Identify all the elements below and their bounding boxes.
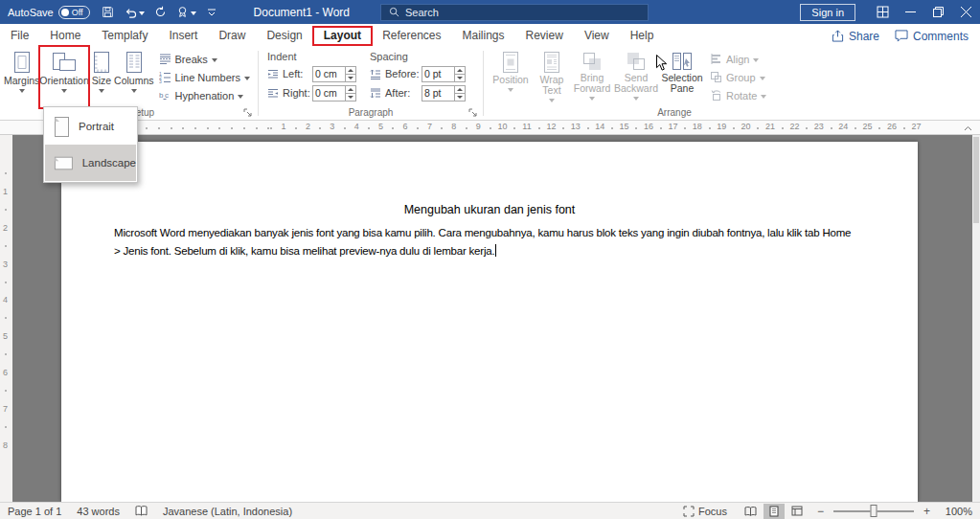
minimize-button[interactable] — [897, 0, 924, 24]
rotate-button[interactable]: Rotate — [705, 86, 771, 104]
indent-right-input[interactable] — [313, 86, 345, 101]
bring-forward-label: Bring Forward — [571, 73, 613, 94]
undo-button[interactable] — [124, 0, 145, 24]
indent-left-stepper[interactable] — [345, 67, 355, 81]
word-count[interactable]: 43 words — [77, 506, 120, 517]
collapse-ribbon-button[interactable] — [960, 122, 975, 134]
position-button[interactable]: Position — [489, 48, 533, 107]
tab-view[interactable]: View — [574, 24, 620, 48]
ruler-mark: 8 — [3, 440, 8, 450]
redo-button[interactable] — [154, 0, 167, 24]
read-mode-button[interactable] — [741, 504, 762, 519]
columns-button[interactable]: Columns — [114, 48, 153, 107]
sign-in-button[interactable]: Sign in — [800, 4, 855, 21]
autosave-toggle[interactable]: Off — [58, 6, 90, 19]
focus-mode-button[interactable]: Focus — [683, 506, 727, 517]
tab-layout[interactable]: Layout — [313, 24, 372, 48]
tab-design[interactable]: Design — [256, 24, 312, 48]
stamp-dropdown-icon[interactable] — [191, 11, 196, 15]
spacing-before-stepper[interactable] — [454, 67, 465, 81]
ruler-mark — [207, 127, 209, 129]
zoom-out-button[interactable]: − — [815, 505, 826, 518]
tab-help[interactable]: Help — [620, 24, 665, 48]
tab-file[interactable]: File — [0, 24, 39, 48]
spacing-after-input[interactable] — [422, 86, 454, 101]
margins-button[interactable]: Margins — [4, 48, 39, 107]
page-setup-dialog-launcher[interactable] — [243, 108, 252, 117]
search-input[interactable]: Search — [380, 4, 649, 21]
ruler-mark — [295, 127, 297, 129]
orientation-option-portrait[interactable]: Portrait — [45, 108, 136, 145]
size-button[interactable]: Size — [89, 48, 114, 107]
ribbon-display-options-button[interactable] — [869, 0, 897, 24]
word-application-window: { "titlebar": { "autosave_label": "AutoS… — [0, 0, 980, 519]
rotate-icon — [710, 89, 722, 102]
indent-left-input[interactable] — [313, 67, 345, 81]
language-indicator[interactable]: Javanese (Latin, Indonesia) — [163, 506, 292, 517]
spacing-before-input[interactable] — [422, 67, 454, 81]
align-button[interactable]: Align — [705, 50, 771, 68]
tab-home[interactable]: Home — [39, 24, 91, 48]
document-body[interactable]: Microsoft Word menyediakan banyak jenis … — [61, 224, 918, 260]
breaks-dropdown-icon — [212, 58, 217, 62]
vertical-scrollbar-thumb[interactable] — [973, 137, 979, 223]
page-indicator[interactable]: Page 1 of 1 — [8, 506, 61, 517]
comments-button[interactable]: Comments — [895, 30, 969, 43]
indent-right-icon — [267, 88, 279, 99]
bring-forward-button[interactable]: Bring Forward — [571, 48, 613, 107]
zoom-in-button[interactable]: + — [922, 505, 932, 518]
undo-dropdown-icon[interactable] — [139, 11, 145, 15]
save-button[interactable] — [102, 0, 114, 24]
paragraph-dialog-launcher[interactable] — [468, 108, 477, 117]
document-body-line-2[interactable]: > Jenis font. Sebelum di klik, kamu bisa… — [114, 242, 918, 260]
hyphenation-button[interactable]: bc Hyphenation — [154, 86, 255, 104]
line-numbers-button[interactable]: 123 Line Numbers — [154, 68, 255, 86]
spacing-after-stepper[interactable] — [454, 86, 465, 101]
share-button[interactable]: Share — [832, 30, 879, 43]
tab-draw[interactable]: Draw — [208, 24, 256, 48]
zoom-level[interactable]: 100% — [940, 506, 972, 517]
ruler-mark: 20 — [741, 122, 751, 131]
horizontal-ruler[interactable]: 1234567891011121314151617181920212223242… — [0, 121, 980, 135]
web-layout-button[interactable] — [786, 504, 808, 519]
selection-pane-button[interactable]: Selection Pane — [659, 48, 705, 107]
text-cursor — [495, 244, 496, 257]
breaks-button[interactable]: Breaks — [154, 50, 255, 68]
group-separator — [258, 51, 259, 116]
tab-mailings[interactable]: Mailings — [452, 24, 515, 48]
close-button[interactable] — [952, 0, 980, 24]
vertical-scrollbar[interactable] — [972, 135, 980, 502]
proofing-status[interactable] — [135, 506, 148, 516]
orientation-label: Orientation — [39, 76, 88, 86]
orientation-button[interactable]: Orientation — [39, 48, 88, 107]
wrap-text-button[interactable]: Wrap Text — [533, 48, 571, 107]
ruler-mark: 24 — [838, 122, 848, 131]
customize-quick-access-button[interactable] — [206, 0, 217, 24]
send-backward-button[interactable]: Send Backward — [613, 48, 659, 107]
tab-references[interactable]: References — [372, 24, 451, 48]
autosave-control[interactable]: AutoSave Off — [8, 6, 90, 19]
ruler-mark: 23 — [814, 122, 824, 131]
proofing-book-icon — [135, 506, 148, 516]
stamp-button[interactable] — [176, 0, 196, 24]
indent-right-stepper[interactable] — [345, 86, 355, 101]
group-label: Group — [726, 72, 756, 83]
ruler-mark — [392, 127, 394, 129]
indent-header: Indent — [267, 51, 356, 62]
tab-review[interactable]: Review — [515, 24, 574, 48]
group-button[interactable]: Group — [705, 68, 771, 86]
restore-button[interactable] — [924, 0, 952, 24]
document-body-line[interactable]: Microsoft Word menyediakan banyak jenis … — [114, 224, 918, 242]
tab-insert[interactable]: Insert — [158, 24, 208, 48]
document-heading[interactable]: Mengubah ukuran dan jenis font — [61, 203, 918, 216]
zoom-slider-thumb[interactable] — [870, 505, 877, 517]
vertical-ruler[interactable]: 12345678 — [0, 135, 12, 502]
ruler-mark — [660, 127, 662, 129]
orientation-option-landscape[interactable]: Landscape — [45, 145, 136, 181]
tab-templafy[interactable]: Templafy — [91, 24, 158, 48]
comments-label: Comments — [913, 30, 969, 43]
ruler-mark — [267, 127, 269, 129]
document-page[interactable]: Mengubah ukuran dan jenis font Microsoft… — [61, 142, 918, 502]
zoom-slider[interactable] — [833, 510, 914, 512]
print-layout-button[interactable] — [763, 504, 785, 519]
